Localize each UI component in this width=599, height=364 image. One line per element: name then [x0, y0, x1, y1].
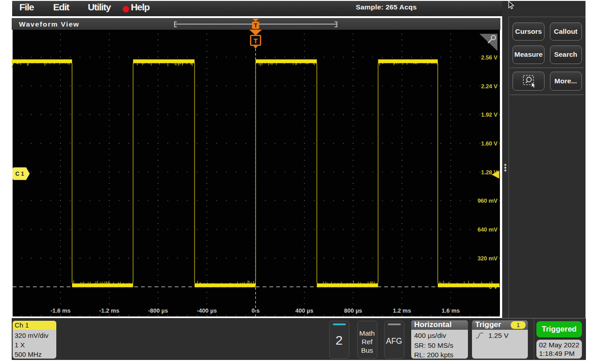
svg-text:T: T	[253, 37, 257, 45]
svg-text:0 s: 0 s	[251, 307, 259, 314]
svg-text:T: T	[254, 23, 257, 29]
svg-text:400 µs: 400 µs	[295, 307, 313, 314]
svg-text:-400 µs: -400 µs	[197, 307, 217, 314]
svg-text:-800 µs: -800 µs	[148, 307, 168, 314]
svg-text:800 µs: 800 µs	[344, 307, 362, 314]
svg-text:640 mV: 640 mV	[477, 226, 498, 233]
svg-text:C 1: C 1	[15, 171, 24, 177]
svg-text:-1.6 ms: -1.6 ms	[50, 307, 70, 314]
svg-text:960 mV: 960 mV	[477, 197, 498, 204]
svg-text:1.92 V: 1.92 V	[481, 111, 498, 118]
svg-text:-1.2 ms: -1.2 ms	[99, 307, 119, 314]
svg-text:1.60 V: 1.60 V	[481, 140, 498, 147]
svg-text:320 mV: 320 mV	[477, 255, 498, 262]
svg-text:2.56 V: 2.56 V	[481, 54, 498, 61]
svg-text:1.6 ms: 1.6 ms	[441, 307, 459, 314]
svg-text:1.2 ms: 1.2 ms	[393, 307, 411, 314]
svg-text:2.24 V: 2.24 V	[481, 83, 498, 90]
svg-text:Waveform View: Waveform View	[19, 20, 80, 28]
